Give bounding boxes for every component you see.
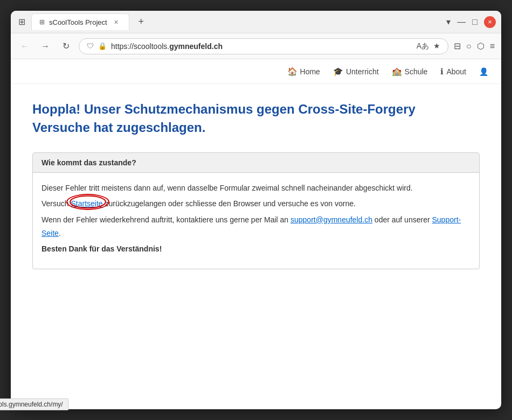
title-bar-right: ▾ — □ × xyxy=(446,16,496,28)
error-title: Hoppla! Unser Schutzmechanismus gegen Cr… xyxy=(32,100,480,136)
paragraph-3-middle: oder auf unserer xyxy=(372,215,432,224)
new-tab-button[interactable]: + xyxy=(134,15,149,30)
close-icon: × xyxy=(488,18,492,26)
paragraph-2: Versuch Startseite zurückzugelangen oder… xyxy=(41,197,471,211)
account-icon[interactable]: ○ xyxy=(466,41,472,51)
lock-icon: 🔒 xyxy=(98,42,107,50)
paragraph-1-text: Dieser Fehler tritt meistens dann auf, w… xyxy=(41,184,413,192)
paragraph-3: Wenn der Fehler wiederkehrend auftritt, … xyxy=(41,213,471,240)
extensions-icon[interactable]: ⬡ xyxy=(477,41,485,51)
forward-icon: → xyxy=(41,41,50,51)
error-title-line1: Hoppla! Unser Schutzmechanismus gegen Cr… xyxy=(32,102,416,116)
reload-icon: ↻ xyxy=(63,41,70,51)
about-icon: ℹ xyxy=(440,67,444,76)
nav-user-icon[interactable]: 👤 xyxy=(479,67,488,76)
dropdown-arrow-icon[interactable]: ▾ xyxy=(446,17,451,27)
paragraph-3-end: . xyxy=(59,229,61,237)
window-grid-icon: ⊞ xyxy=(16,17,27,27)
site-navigation: 🏠 Home 🎓 Unterricht 🏫 Schule ℹ About 👤 xyxy=(11,59,501,84)
minimize-button[interactable]: — xyxy=(457,17,466,27)
url-icons: Aあ ★ xyxy=(417,41,440,51)
forward-button[interactable]: → xyxy=(38,39,53,54)
url-bar[interactable]: 🛡 🔒 https://scooltools.gymneufeld.ch Aあ … xyxy=(79,38,448,54)
browser-tab[interactable]: ⊞ sCoolTools Project × xyxy=(31,13,129,30)
url-text: https://scooltools.gymneufeld.ch xyxy=(111,42,412,51)
nav-about-label: About xyxy=(446,67,466,76)
address-bar: ← → ↻ 🛡 🔒 https://scooltools.gymneufeld.… xyxy=(11,33,501,59)
info-box: Wie kommt das zustande? Dieser Fehler tr… xyxy=(32,152,480,269)
nav-home-label: Home xyxy=(300,67,320,76)
reading-list-icon[interactable]: ⊟ xyxy=(454,41,461,51)
address-bar-actions: ⊟ ○ ⬡ ≡ xyxy=(454,41,495,51)
paragraph-4: Besten Dank für das Verständnis! xyxy=(41,242,471,256)
shield-icon: 🛡 xyxy=(87,42,94,50)
nav-about[interactable]: ℹ About xyxy=(440,67,466,76)
paragraph-4-text: Besten Dank für das Verständnis! xyxy=(41,244,162,253)
nav-home[interactable]: 🏠 Home xyxy=(287,67,320,76)
error-title-line2: Versuche hat zugeschlagen. xyxy=(32,120,205,135)
info-box-header: Wie kommt das zustande? xyxy=(33,153,479,173)
info-box-body: Dieser Fehler tritt meistens dann auf, w… xyxy=(33,173,479,269)
url-domain: gymneufeld.ch xyxy=(169,42,223,51)
paragraph-2-before: Versuch xyxy=(41,199,71,208)
title-bar-left: ⊞ ⊞ sCoolTools Project × + xyxy=(16,13,149,30)
nav-unterricht-label: Unterricht xyxy=(346,67,379,76)
bookmark-star-icon[interactable]: ★ xyxy=(433,41,440,51)
tab-close-button[interactable]: × xyxy=(112,17,121,27)
paragraph-3-before: Wenn der Fehler wiederkehrend auftritt, … xyxy=(41,215,290,224)
info-box-header-text: Wie kommt das zustande? xyxy=(41,158,136,167)
tab-favicon-icon: ⊞ xyxy=(39,18,45,26)
url-prefix: https://scooltools. xyxy=(111,42,169,51)
status-bar: https://scooltools.gymneufeld.ch/my/ xyxy=(0,398,69,410)
nav-schule-label: Schule xyxy=(405,67,428,76)
startseite-link[interactable]: Startseite xyxy=(71,199,102,208)
tab-title: sCoolTools Project xyxy=(49,18,107,26)
status-bar-url: https://scooltools.gymneufeld.ch/my/ xyxy=(0,401,63,408)
browser-window: ⊞ ⊞ sCoolTools Project × + ▾ — □ × ← → ↻ xyxy=(11,11,501,409)
home-icon: 🏠 xyxy=(287,67,297,76)
maximize-button[interactable]: □ xyxy=(472,17,478,27)
back-button[interactable]: ← xyxy=(17,39,32,54)
paragraph-2-after: zurückzugelangen oder schliesse den Brow… xyxy=(103,199,356,208)
page-content: Hoppla! Unser Schutzmechanismus gegen Cr… xyxy=(11,84,501,296)
support-email-link[interactable]: support@gymneufeld.ch xyxy=(290,215,372,224)
reload-button[interactable]: ↻ xyxy=(58,39,73,54)
user-icon: 👤 xyxy=(479,67,488,76)
title-bar: ⊞ ⊞ sCoolTools Project × + ▾ — □ × xyxy=(11,11,501,33)
translate-icon[interactable]: Aあ xyxy=(417,41,429,51)
nav-schule[interactable]: 🏫 Schule xyxy=(392,67,428,76)
unterricht-icon: 🎓 xyxy=(333,67,343,76)
back-icon: ← xyxy=(20,41,29,51)
menu-icon[interactable]: ≡ xyxy=(490,41,495,51)
link-startseite-container: Startseite xyxy=(71,197,102,211)
schule-icon: 🏫 xyxy=(392,67,402,76)
nav-unterricht[interactable]: 🎓 Unterricht xyxy=(333,67,379,76)
paragraph-1: Dieser Fehler tritt meistens dann auf, w… xyxy=(41,181,471,195)
close-button[interactable]: × xyxy=(484,16,496,28)
